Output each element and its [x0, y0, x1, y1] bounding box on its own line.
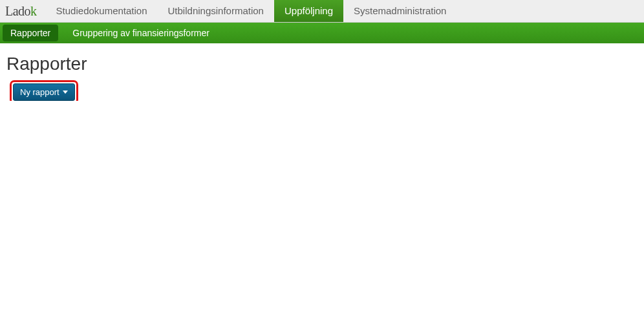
sub-navbar: Rapporter Gruppering av finansieringsfor…	[0, 23, 644, 43]
logo-text: Lado	[5, 4, 30, 18]
new-report-button[interactable]: Ny rapport	[13, 83, 75, 101]
top-navbar: Ladok Studiedokumentation Utbildningsinf…	[0, 0, 644, 23]
page-title: Rapporter	[0, 43, 644, 83]
content-area: Ny rapport Genomströmning kurspaketering…	[0, 83, 644, 101]
logo-accent: k	[30, 4, 37, 18]
nav-studiedokumentation[interactable]: Studiedokumentation	[46, 0, 158, 22]
subnav-gruppering[interactable]: Gruppering av finansieringsformer	[65, 24, 217, 42]
nav-systemadministration[interactable]: Systemadministration	[343, 0, 456, 22]
new-report-button-label: Ny rapport	[20, 87, 59, 97]
nav-uppfoljning[interactable]: Uppföljning	[274, 0, 343, 22]
subnav-rapporter[interactable]: Rapporter	[3, 25, 58, 41]
nav-utbildningsinformation[interactable]: Utbildningsinformation	[158, 0, 274, 22]
chevron-down-icon	[63, 91, 68, 94]
logo: Ladok	[0, 0, 46, 22]
